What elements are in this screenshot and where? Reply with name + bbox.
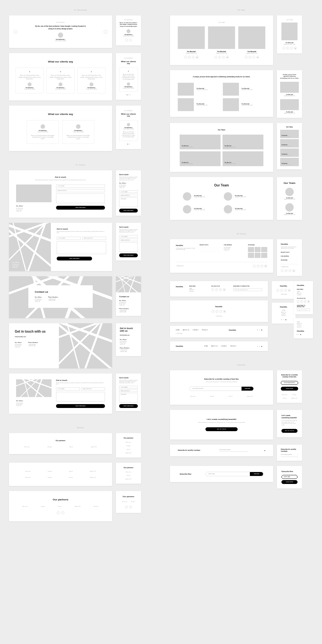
chevron-right-icon[interactable]: › xyxy=(129,506,132,508)
send-button[interactable]: SEND MESSAGE xyxy=(119,404,138,408)
tile[interactable]: Tim MarshallCREATIVE DIRECTOR xyxy=(280,139,299,147)
contact-split-mobile[interactable]: Get in touch with us info@humble.com Our… xyxy=(116,323,141,356)
message-input[interactable] xyxy=(57,241,106,254)
team-tiles-desktop[interactable]: Our Team Tim MarshallCREATIVE DIRECTOR T… xyxy=(170,123,273,172)
name-input[interactable]: YOUR NAME xyxy=(56,387,80,391)
cta-mobile[interactable]: Let's create something beautiful Take ou… xyxy=(277,410,302,437)
partners-2-desktop[interactable]: Macrotax Google Sketch Adobe XD Macrotax… xyxy=(9,463,112,486)
social-icons[interactable]: ⌕ft◉ xyxy=(211,288,227,291)
chevron-right-icon[interactable]: › xyxy=(129,39,132,42)
testimonial-centered-mobile[interactable]: TESTIMONIALS By far, one of the best pro… xyxy=(116,15,141,45)
chevron-right-icon[interactable]: › xyxy=(61,511,64,514)
footer-centered-mobile[interactable]: Humble. ⌕ft◉ © 2019 Humble xyxy=(272,281,296,299)
name-input[interactable]: YOUR NAME xyxy=(119,386,138,388)
team-grid4-desktop[interactable]: A unique, process driven approach to del… xyxy=(170,70,273,117)
send-arrow-icon[interactable]: ✉ xyxy=(297,454,298,455)
send-button[interactable]: SEND MESSAGE xyxy=(119,253,138,257)
social-icons[interactable]: ft◉ xyxy=(257,329,262,331)
footer-nav-mobile[interactable]: Humble. HOME ABOUT US CONTACT PRODUCT ft… xyxy=(272,303,296,324)
tile[interactable]: Tim MarshallCREATIVE DIRECTOR xyxy=(223,151,263,166)
cta-desktop[interactable]: Let's create something beautiful Take ou… xyxy=(170,410,273,440)
partners-1-mobile[interactable]: Our partners Macrotax Google Sketch Adob… xyxy=(116,433,141,458)
social-icons[interactable]: ⌕ft◉ xyxy=(276,289,292,292)
subscribe-now-mobile[interactable]: Subscribe Now INSERT EMAIL SUBSCRIBE xyxy=(277,466,302,488)
partners-3-desktop[interactable]: Our partners Macrotax Google Sketch Adob… xyxy=(9,491,112,521)
email-input[interactable]: Enter your email address here xyxy=(297,308,310,311)
carousel-dots[interactable] xyxy=(119,94,138,95)
social-icons[interactable]: ⌕ft◉ xyxy=(238,56,265,59)
social-icons[interactable]: ft◉ xyxy=(297,334,310,335)
email-input[interactable]: ENTER EMAIL ADDRESS xyxy=(190,387,242,391)
contact-map-overlay-mobile[interactable]: Contact us Our offices 42 Oxford Road Pr… xyxy=(116,276,141,316)
partners-1-desktop[interactable]: Our partners Macrotax Google Sketch Adob… xyxy=(9,433,112,454)
tile[interactable]: Tim MarshallCREATIVE DIRECTOR xyxy=(280,130,299,138)
contact-form-map-mobile[interactable]: Get in touch Want to talk about your pro… xyxy=(116,374,141,411)
social-icons[interactable]: ft◉ xyxy=(257,346,262,347)
contact-map-left-desktop[interactable]: Our offices 42 Oxford Road Preston Green… xyxy=(9,223,112,271)
team-grid4-mobile[interactable]: A unique, process driven approach to del… xyxy=(277,70,302,118)
email-input[interactable]: EMAIL ADDRESS xyxy=(119,389,138,392)
contact-split-desktop[interactable]: Get in touch with us info@humble.com Our… xyxy=(9,323,112,368)
social-icons[interactable]: ⌕ft◉ xyxy=(175,310,263,313)
email-input[interactable]: EMAIL ADDRESS xyxy=(81,387,105,391)
contact-form-image-desktop[interactable]: Get in touch Want to talk about your pro… xyxy=(9,170,112,218)
footer-menu-mobile[interactable]: Humble. MAIN MENU HOME ABOUT US CONTACT … xyxy=(294,281,313,314)
message-input[interactable]: MESSAGE xyxy=(119,393,138,402)
social-icons[interactable]: ⌕ft◉ xyxy=(208,56,235,59)
footer-4col-mobile[interactable]: Humble. Creating simple, unique experien… xyxy=(277,239,302,276)
message-input[interactable] xyxy=(119,242,138,252)
chevron-right-icon[interactable]: › xyxy=(104,30,108,34)
tile[interactable]: Tim MarshallCREATIVE DIRECTOR xyxy=(180,135,221,149)
email-input[interactable]: EMAIL ADDRESS xyxy=(119,194,138,196)
email-input[interactable]: INSERT EMAIL xyxy=(281,475,298,479)
subscribe-button[interactable]: SUBSCRIBE xyxy=(250,472,263,476)
subscribe-button[interactable]: SUBSCRIBE xyxy=(281,480,298,484)
contact-map-overlay-desktop[interactable]: Contact us Our offices 42 Oxford Road Pr… xyxy=(9,276,112,318)
tile[interactable]: Tim MarshallCREATIVE DIRECTOR xyxy=(223,135,263,149)
message-input[interactable]: MESSAGE xyxy=(119,197,138,207)
email-input[interactable]: EMAIL ADDRESS xyxy=(56,189,105,192)
email-input[interactable]: Enter your email address here xyxy=(233,288,262,291)
footer-4col-desktop[interactable]: Humble. Creating simple, unique experien… xyxy=(170,239,273,273)
testimonial-cards2-desktop[interactable]: What our clients say TIM MARSHALL Creati… xyxy=(9,106,112,151)
email-input[interactable]: EMAIL ADDRESS xyxy=(82,237,106,240)
chevron-left-icon[interactable]: ‹ xyxy=(57,511,60,514)
subscribe-logos-mobile[interactable]: Subscribe for a monthly roundup of best … xyxy=(277,370,302,403)
chevron-left-icon[interactable]: ‹ xyxy=(125,39,128,42)
subscribe-button[interactable]: SUBSCRIBE xyxy=(281,387,298,391)
testimonial-cards3-mobile[interactable]: TESTIMONIALS What our clients say " By f… xyxy=(116,53,141,99)
footer-nav2-desktop[interactable]: Humble. HOME ABOUT US CONTACT PRODUCT ft… xyxy=(170,341,268,351)
testimonial-cards2-mobile[interactable]: TESTIMONIALS What our clients say TIM MA… xyxy=(116,106,141,149)
footer-nav2-mobile[interactable]: HOME ABOUT US CONTACT PRODUCT Humble. ft… xyxy=(294,318,313,339)
partners-2-mobile[interactable]: Our partners Macrotax Sketch Adobe XD xyxy=(116,463,141,484)
subscribe-button[interactable]: SUBSCRIBE xyxy=(242,387,253,391)
ig-thumb[interactable] xyxy=(255,247,261,252)
email-input[interactable]: ENTER EMAIL ADDRESS xyxy=(219,449,248,452)
contact-map-left-mobile[interactable]: Get in touch Want to talk about your pro… xyxy=(116,223,141,260)
social-icons[interactable]: ⌕ft◉ xyxy=(178,56,205,59)
testimonial-cards3-desktop[interactable]: What our clients say " By far, one of th… xyxy=(9,53,112,100)
message-input[interactable] xyxy=(56,392,105,402)
email-input[interactable]: ENTER EMAIL ADDRESS xyxy=(281,454,292,455)
name-input[interactable]: YOUR NAME xyxy=(119,235,138,238)
team-3cards-mobile[interactable]: OUR TEAM Tim Marshall CREATIVE DIRECTOR … xyxy=(277,15,302,53)
send-button[interactable]: SEND MESSAGE xyxy=(56,404,105,408)
name-input[interactable]: YOUR NAME xyxy=(57,237,81,240)
testimonial-centered-desktop[interactable]: TESTIMONIALS By far, one of the best pro… xyxy=(9,15,112,48)
team-3cards-desktop[interactable]: OUR TEAM Tim Marshall CREATIVE DIRECTOR … xyxy=(170,15,273,65)
email-input[interactable]: EMAIL ADDRESS xyxy=(119,239,138,241)
send-arrow-icon[interactable]: ✉ xyxy=(264,450,265,451)
team-tiles-mobile[interactable]: Our Team Tim MarshallCREATIVE DIRECTOR T… xyxy=(277,123,302,169)
tile[interactable]: Tim MarshallCREATIVE DIRECTOR xyxy=(180,151,221,166)
ig-thumb[interactable] xyxy=(255,253,261,258)
social-icons[interactable]: ⌕ft◉ xyxy=(281,47,298,50)
footer-centered-desktop[interactable]: Humble. ⌕ft◉ © 2019 Humble xyxy=(170,300,268,322)
team-circles-mobile[interactable]: Our Team Tim Marshall CREATIVE DIRECTOR … xyxy=(277,177,302,220)
tile[interactable]: Tim MarshallCREATIVE DIRECTOR xyxy=(280,148,299,157)
chevron-left-icon[interactable]: ‹ xyxy=(125,506,128,508)
send-button[interactable]: SEND MESSAGE xyxy=(56,206,105,210)
carousel-dots[interactable] xyxy=(119,144,138,145)
cta-button[interactable]: GET IN TOUCH xyxy=(205,427,238,431)
subscribe-now-desktop[interactable]: Subscribe Now INSERT EMAIL SUBSCRIBE xyxy=(170,466,273,482)
team-circles-desktop[interactable]: Our Team Tim MarshallCREATIVE DIRECTOR T… xyxy=(170,177,273,220)
